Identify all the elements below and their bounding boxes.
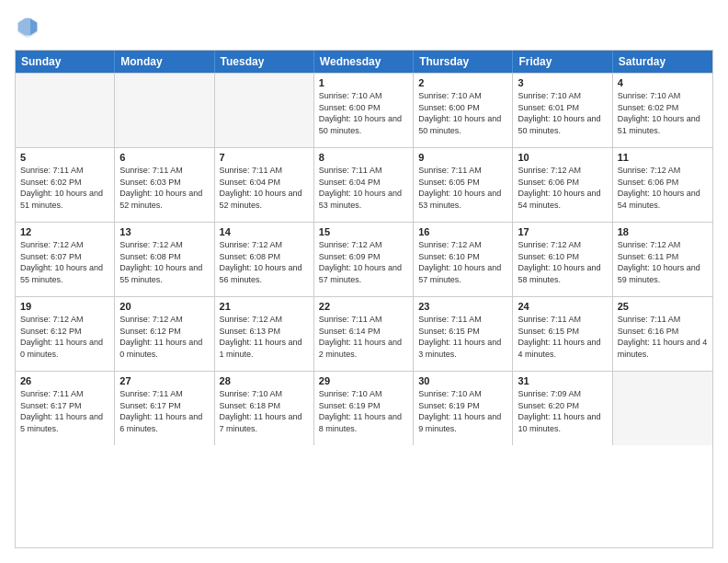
cell-info: Sunrise: 7:09 AMSunset: 6:20 PMDaylight:…: [518, 388, 607, 434]
weekday-header: Monday: [115, 51, 214, 73]
day-number: 10: [518, 152, 607, 163]
cell-info: Sunrise: 7:10 AMSunset: 6:19 PMDaylight:…: [319, 388, 408, 434]
calendar-cell: 12Sunrise: 7:12 AMSunset: 6:07 PMDayligh…: [16, 223, 115, 296]
day-number: 5: [20, 152, 109, 163]
calendar-cell: 13Sunrise: 7:12 AMSunset: 6:08 PMDayligh…: [115, 223, 214, 296]
calendar-cell: 19Sunrise: 7:12 AMSunset: 6:12 PMDayligh…: [16, 297, 115, 371]
header: [15, 15, 713, 40]
cell-info: Sunrise: 7:12 AMSunset: 6:09 PMDaylight:…: [319, 239, 408, 285]
calendar-row: 1Sunrise: 7:10 AMSunset: 6:00 PMDaylight…: [16, 73, 712, 147]
calendar-cell: 11Sunrise: 7:12 AMSunset: 6:06 PMDayligh…: [613, 148, 712, 222]
day-number: 1: [319, 77, 408, 88]
calendar-cell: 5Sunrise: 7:11 AMSunset: 6:02 PMDaylight…: [16, 148, 115, 222]
day-number: 16: [418, 226, 507, 237]
calendar-row: 19Sunrise: 7:12 AMSunset: 6:12 PMDayligh…: [16, 296, 712, 371]
calendar-cell: 6Sunrise: 7:11 AMSunset: 6:03 PMDaylight…: [115, 148, 214, 222]
cell-info: Sunrise: 7:12 AMSunset: 6:10 PMDaylight:…: [418, 239, 507, 285]
day-number: 31: [518, 375, 607, 386]
cell-info: Sunrise: 7:12 AMSunset: 6:11 PMDaylight:…: [618, 239, 708, 285]
day-number: 4: [618, 77, 708, 88]
calendar-cell: 20Sunrise: 7:12 AMSunset: 6:12 PMDayligh…: [115, 297, 214, 371]
calendar-cell: 28Sunrise: 7:10 AMSunset: 6:18 PMDayligh…: [215, 372, 314, 445]
calendar-cell: 26Sunrise: 7:11 AMSunset: 6:17 PMDayligh…: [16, 372, 115, 445]
day-number: 2: [418, 77, 507, 88]
cell-info: Sunrise: 7:12 AMSunset: 6:13 PMDaylight:…: [220, 314, 309, 360]
calendar-cell: 18Sunrise: 7:12 AMSunset: 6:11 PMDayligh…: [613, 223, 712, 296]
cell-info: Sunrise: 7:12 AMSunset: 6:07 PMDaylight:…: [20, 239, 109, 285]
calendar-cell: 2Sunrise: 7:10 AMSunset: 6:00 PMDaylight…: [414, 74, 513, 147]
cell-info: Sunrise: 7:12 AMSunset: 6:10 PMDaylight:…: [518, 239, 607, 285]
calendar-cell: 4Sunrise: 7:10 AMSunset: 6:02 PMDaylight…: [613, 74, 712, 147]
calendar: SundayMondayTuesdayWednesdayThursdayFrid…: [15, 50, 713, 548]
calendar-cell: 24Sunrise: 7:11 AMSunset: 6:15 PMDayligh…: [513, 297, 612, 371]
calendar-row: 26Sunrise: 7:11 AMSunset: 6:17 PMDayligh…: [16, 371, 712, 445]
calendar-cell: [115, 74, 214, 147]
calendar-row: 5Sunrise: 7:11 AMSunset: 6:02 PMDaylight…: [16, 147, 712, 222]
cell-info: Sunrise: 7:11 AMSunset: 6:03 PMDaylight:…: [119, 165, 209, 211]
day-number: 3: [518, 77, 607, 88]
cell-info: Sunrise: 7:11 AMSunset: 6:17 PMDaylight:…: [20, 388, 109, 434]
day-number: 12: [20, 226, 109, 237]
day-number: 20: [119, 301, 209, 312]
calendar-cell: 30Sunrise: 7:10 AMSunset: 6:19 PMDayligh…: [414, 372, 513, 445]
calendar-header: SundayMondayTuesdayWednesdayThursdayFrid…: [16, 51, 712, 73]
day-number: 6: [119, 152, 209, 163]
day-number: 17: [518, 226, 607, 237]
day-number: 15: [319, 226, 408, 237]
calendar-cell: 15Sunrise: 7:12 AMSunset: 6:09 PMDayligh…: [314, 223, 414, 296]
cell-info: Sunrise: 7:10 AMSunset: 6:00 PMDaylight:…: [319, 90, 408, 136]
weekday-header: Wednesday: [314, 51, 414, 73]
cell-info: Sunrise: 7:11 AMSunset: 6:16 PMDaylight:…: [618, 314, 708, 360]
day-number: 30: [418, 375, 507, 386]
day-number: 26: [20, 375, 109, 386]
cell-info: Sunrise: 7:11 AMSunset: 6:05 PMDaylight:…: [418, 165, 507, 211]
calendar-cell: 14Sunrise: 7:12 AMSunset: 6:08 PMDayligh…: [215, 223, 314, 296]
weekday-header: Tuesday: [215, 51, 314, 73]
day-number: 7: [220, 152, 309, 163]
day-number: 28: [220, 375, 309, 386]
weekday-header: Sunday: [16, 51, 115, 73]
day-number: 8: [319, 152, 408, 163]
calendar-cell: 22Sunrise: 7:11 AMSunset: 6:14 PMDayligh…: [314, 297, 414, 371]
logo-icon: [15, 15, 40, 40]
weekday-header: Thursday: [414, 51, 513, 73]
day-number: 25: [618, 301, 708, 312]
weekday-header: Friday: [513, 51, 612, 73]
day-number: 23: [418, 301, 507, 312]
cell-info: Sunrise: 7:10 AMSunset: 6:01 PMDaylight:…: [518, 90, 607, 136]
cell-info: Sunrise: 7:10 AMSunset: 6:19 PMDaylight:…: [418, 388, 507, 434]
page: SundayMondayTuesdayWednesdayThursdayFrid…: [0, 0, 728, 563]
calendar-cell: 29Sunrise: 7:10 AMSunset: 6:19 PMDayligh…: [314, 372, 414, 445]
day-number: 22: [319, 301, 408, 312]
day-number: 9: [418, 152, 507, 163]
cell-info: Sunrise: 7:10 AMSunset: 6:00 PMDaylight:…: [418, 90, 507, 136]
calendar-cell: [215, 74, 314, 147]
calendar-cell: [613, 372, 712, 445]
weekday-header: Saturday: [613, 51, 712, 73]
cell-info: Sunrise: 7:12 AMSunset: 6:12 PMDaylight:…: [20, 314, 109, 360]
day-number: 19: [20, 301, 109, 312]
calendar-cell: 25Sunrise: 7:11 AMSunset: 6:16 PMDayligh…: [613, 297, 712, 371]
cell-info: Sunrise: 7:11 AMSunset: 6:02 PMDaylight:…: [20, 165, 109, 211]
calendar-row: 12Sunrise: 7:12 AMSunset: 6:07 PMDayligh…: [16, 222, 712, 296]
cell-info: Sunrise: 7:12 AMSunset: 6:08 PMDaylight:…: [119, 239, 209, 285]
cell-info: Sunrise: 7:11 AMSunset: 6:17 PMDaylight:…: [119, 388, 209, 434]
cell-info: Sunrise: 7:12 AMSunset: 6:08 PMDaylight:…: [220, 239, 309, 285]
cell-info: Sunrise: 7:10 AMSunset: 6:02 PMDaylight:…: [618, 90, 708, 136]
calendar-cell: 17Sunrise: 7:12 AMSunset: 6:10 PMDayligh…: [513, 223, 612, 296]
calendar-cell: 16Sunrise: 7:12 AMSunset: 6:10 PMDayligh…: [414, 223, 513, 296]
day-number: 24: [518, 301, 607, 312]
calendar-cell: 1Sunrise: 7:10 AMSunset: 6:00 PMDaylight…: [314, 74, 414, 147]
calendar-cell: 3Sunrise: 7:10 AMSunset: 6:01 PMDaylight…: [513, 74, 612, 147]
calendar-cell: 9Sunrise: 7:11 AMSunset: 6:05 PMDaylight…: [414, 148, 513, 222]
day-number: 27: [119, 375, 209, 386]
day-number: 11: [618, 152, 708, 163]
cell-info: Sunrise: 7:11 AMSunset: 6:14 PMDaylight:…: [319, 314, 408, 360]
calendar-cell: 8Sunrise: 7:11 AMSunset: 6:04 PMDaylight…: [314, 148, 414, 222]
calendar-cell: 10Sunrise: 7:12 AMSunset: 6:06 PMDayligh…: [513, 148, 612, 222]
calendar-cell: 7Sunrise: 7:11 AMSunset: 6:04 PMDaylight…: [215, 148, 314, 222]
cell-info: Sunrise: 7:11 AMSunset: 6:15 PMDaylight:…: [518, 314, 607, 360]
calendar-cell: [16, 74, 115, 147]
cell-info: Sunrise: 7:10 AMSunset: 6:18 PMDaylight:…: [220, 388, 309, 434]
cell-info: Sunrise: 7:11 AMSunset: 6:04 PMDaylight:…: [220, 165, 309, 211]
